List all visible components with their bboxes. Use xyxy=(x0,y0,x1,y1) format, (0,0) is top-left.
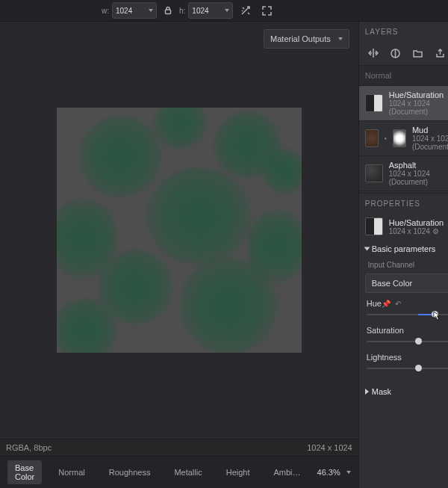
layer-thumb-icon xyxy=(365,164,383,182)
hue-label: Hue xyxy=(367,299,382,308)
mask-label: Mask xyxy=(372,387,391,396)
layer-mask-icon xyxy=(393,129,406,147)
tab-ambient[interactable]: Ambi… xyxy=(266,465,308,480)
basic-params-label: Basic parameters xyxy=(372,244,436,253)
caret-icon xyxy=(364,247,370,251)
width-input[interactable]: 1024 xyxy=(112,2,157,19)
properties-layer-row: Hue/Saturation 1024 x 1024 ⚙ ↶ xyxy=(359,213,448,240)
tab-base-color[interactable]: Base Color xyxy=(7,460,42,484)
hue-slider[interactable] xyxy=(367,309,448,320)
height-label: h: xyxy=(179,7,185,15)
gear-icon[interactable]: ⚙ xyxy=(432,227,439,235)
input-channel-value: Base Color xyxy=(372,279,412,288)
width-value: 1024 xyxy=(116,7,132,15)
layer-meta: 1024 x 1024 (Document) xyxy=(389,99,448,116)
texture-preview[interactable] xyxy=(57,108,302,353)
tab-height[interactable]: Height xyxy=(219,465,258,480)
layer-thumb-icon xyxy=(365,129,379,147)
layer-thumb-icon xyxy=(365,94,383,112)
layer-meta: 1024 x 1024 (Document) xyxy=(412,135,448,151)
properties-title: PROPERTIES xyxy=(365,200,420,208)
properties-header: PROPERTIES ✕ xyxy=(359,193,448,213)
layer-mud[interactable]: ● Mud 1024 x 1024 (Document) xyxy=(359,121,448,156)
dims-label: 1024 x 1024 xyxy=(307,443,352,452)
canvas-area: Material Outputs RGBA, 8bpc xyxy=(0,22,358,488)
light-slider[interactable] xyxy=(367,363,448,374)
layers-header: LAYERS ✕ xyxy=(359,22,448,41)
layer-asphalt[interactable]: Asphalt 1024 x 1024 (Document) xyxy=(359,156,448,191)
folder-icon[interactable] xyxy=(410,45,426,61)
lock-icon[interactable] xyxy=(160,2,176,19)
svg-rect-0 xyxy=(166,10,171,14)
layer-thumb-icon xyxy=(365,217,383,235)
reset-icon[interactable]: ↶ xyxy=(395,300,401,308)
layer-name: Asphalt xyxy=(389,161,448,170)
width-label: w: xyxy=(102,7,109,15)
basic-params-section[interactable]: Basic parameters xyxy=(359,240,448,258)
tab-metallic[interactable]: Metallic xyxy=(167,465,209,480)
zoom-value: 46.3% xyxy=(317,468,340,477)
sat-label: Saturation xyxy=(367,326,404,335)
mirror-icon[interactable] xyxy=(365,45,382,61)
zoom-dropdown[interactable]: 46.3% xyxy=(317,468,351,477)
link-icon: ● xyxy=(385,136,388,140)
layer-name: Hue/Saturation xyxy=(389,90,448,99)
tab-roughness[interactable]: Roughness xyxy=(102,465,158,480)
export-icon[interactable] xyxy=(432,45,448,61)
input-channel-select[interactable]: Base Color xyxy=(365,274,448,293)
layers-toolbar xyxy=(359,41,448,66)
channel-tabs: Base Color Normal Roughness Metallic Hei… xyxy=(0,456,358,488)
blend-mode-value: Normal xyxy=(365,71,391,80)
material-outputs-dropdown[interactable]: Material Outputs xyxy=(264,29,349,49)
canvas-footer: RGBA, 8bpc 1024 x 1024 xyxy=(0,439,358,456)
layer-name: Mud xyxy=(412,126,448,135)
layer-meta: 1024 x 1024 (Document) xyxy=(389,170,448,186)
mask-section[interactable]: Mask xyxy=(359,383,448,401)
height-input[interactable]: 1024 xyxy=(188,2,233,19)
properties-layer-name: Hue/Saturation xyxy=(389,218,444,227)
format-label: RGBA, 8bpc xyxy=(6,443,52,452)
adjustment-icon[interactable] xyxy=(388,45,404,61)
input-channel-label: Input Channel xyxy=(359,258,448,272)
material-outputs-label: Material Outputs xyxy=(270,34,331,43)
pin-icon[interactable]: 📌 xyxy=(382,300,391,308)
tab-normal[interactable]: Normal xyxy=(51,465,92,480)
blend-mode-dropdown[interactable]: Normal xyxy=(359,66,448,86)
fullscreen-icon[interactable] xyxy=(258,2,275,19)
properties-layer-meta: 1024 x 1024 xyxy=(389,227,430,235)
light-label: Lightness xyxy=(367,353,402,362)
caret-icon xyxy=(365,389,369,395)
layer-hue-sat[interactable]: Hue/Saturation 1024 x 1024 (Document) xyxy=(359,86,448,121)
layers-title: LAYERS xyxy=(365,28,399,36)
effects-icon[interactable] xyxy=(237,2,254,19)
height-value: 1024 xyxy=(192,7,208,15)
top-toolbar: w: 1024 h: 1024 xyxy=(0,0,448,22)
sat-slider[interactable] xyxy=(367,336,448,347)
